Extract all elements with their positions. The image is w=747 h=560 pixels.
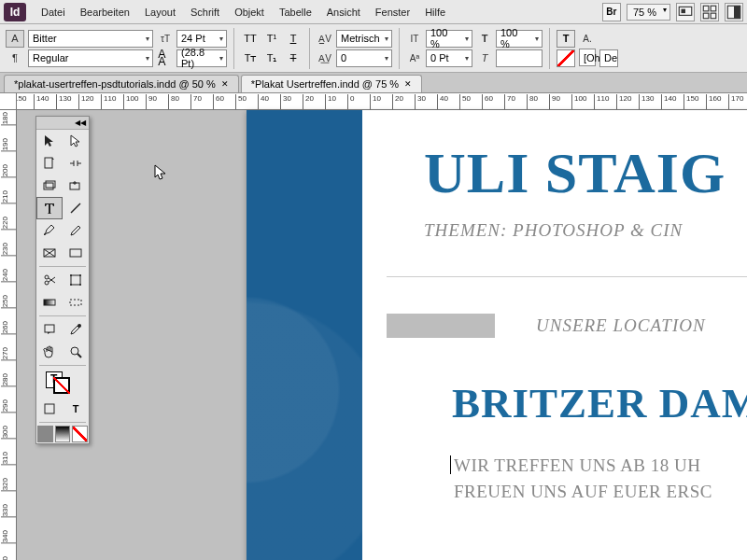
page-tool-icon[interactable] — [36, 152, 63, 175]
free-transform-tool-icon[interactable] — [63, 269, 89, 291]
content-collector-icon[interactable] — [36, 175, 63, 197]
arrange-icon[interactable] — [700, 3, 719, 21]
menu-item[interactable]: Layout — [137, 3, 183, 21]
vscale-field[interactable]: 100 % — [426, 30, 472, 48]
menu-item[interactable]: Datei — [34, 3, 73, 21]
eyedropper-tool-icon[interactable] — [63, 318, 89, 341]
menu-item[interactable]: Fenster — [368, 3, 417, 21]
apply-gradient-icon[interactable] — [55, 426, 71, 442]
pencil-tool-icon[interactable] — [63, 219, 89, 242]
baseline-field[interactable]: 0 Pt — [426, 49, 472, 67]
fill-stroke-swatch[interactable]: T — [36, 368, 89, 398]
content-placer-icon[interactable] — [63, 175, 89, 197]
fill-text-icon[interactable]: T — [557, 30, 575, 48]
body-text-line[interactable]: WIR TREFFEN UNS AB 18 UH — [454, 455, 700, 476]
leading-field[interactable]: (28.8 Pt) — [176, 49, 227, 67]
menu-item[interactable]: Hilfe — [417, 3, 453, 21]
headline-address[interactable]: BRITZER DAMM — [452, 379, 747, 427]
svg-rect-4 — [703, 13, 709, 19]
direct-selection-tool-icon[interactable] — [63, 130, 89, 152]
underline-icon[interactable]: T — [284, 30, 303, 48]
kerning-field[interactable]: Metrisch — [336, 30, 392, 48]
stroke-none-icon[interactable] — [557, 49, 575, 67]
rectangle-frame-tool-icon[interactable] — [36, 242, 63, 264]
pen-tool-icon[interactable] — [36, 219, 63, 242]
close-icon[interactable]: ✕ — [221, 79, 229, 89]
line-tool-icon[interactable] — [63, 197, 89, 219]
menu-item[interactable]: Schrift — [183, 3, 227, 21]
font-size-field[interactable]: 24 Pt — [176, 30, 227, 48]
strikethrough-icon[interactable]: T — [284, 49, 303, 67]
placeholder-box[interactable] — [387, 314, 495, 338]
svg-point-22 — [70, 274, 72, 276]
scissors-tool-icon[interactable] — [36, 269, 63, 291]
lang-label: [Oh — [579, 49, 596, 66]
smallcaps-icon[interactable]: Tᴛ — [241, 49, 260, 67]
close-icon[interactable]: ✕ — [404, 79, 412, 89]
subline-topics[interactable]: THEMEN: PHOTOSHOP & CIN — [424, 220, 683, 241]
hand-tool-icon[interactable] — [36, 341, 63, 363]
svg-point-24 — [70, 284, 72, 286]
svg-line-14 — [71, 203, 80, 213]
menu-item[interactable]: Ansicht — [319, 3, 368, 21]
document-page[interactable]: ULI STAIG THEMEN: PHOTOSHOP & CIN UNSERE… — [247, 110, 747, 560]
menu-item[interactable]: Tabelle — [272, 3, 319, 21]
note-tool-icon[interactable] — [36, 318, 63, 341]
menu-item[interactable]: Objekt — [227, 3, 272, 21]
allcaps-icon[interactable]: TT — [241, 30, 260, 48]
font-family-dropdown[interactable]: Bitter — [28, 30, 153, 48]
location-label[interactable]: UNSERE LOCATION — [536, 315, 706, 336]
svg-rect-21 — [71, 275, 80, 285]
type-tool-icon[interactable] — [36, 197, 63, 219]
char-style-icon[interactable]: A. — [579, 30, 596, 47]
document-tabs: *plakat-usertreffen-psdtutorials.indd @ … — [0, 73, 747, 93]
rectangle-tool-icon[interactable] — [63, 242, 89, 264]
language-field[interactable]: De — [599, 49, 618, 67]
svg-rect-32 — [45, 404, 54, 413]
text-cursor — [450, 455, 451, 474]
headline-speaker[interactable]: ULI STAIG — [424, 140, 726, 206]
formatting-text-icon[interactable]: T — [63, 398, 89, 420]
svg-rect-28 — [45, 325, 54, 332]
skew-field[interactable] — [496, 49, 543, 67]
tools-panel[interactable]: ◀◀ — [35, 116, 90, 444]
superscript-icon[interactable]: T¹ — [262, 30, 281, 48]
stroke-swatch-icon[interactable] — [53, 377, 70, 394]
bridge-button[interactable]: Br — [602, 3, 621, 21]
paragraph-mode-icon[interactable]: ¶ — [6, 49, 24, 67]
font-style-dropdown[interactable]: Regular — [28, 49, 153, 67]
vertical-ruler[interactable]: 1801902002102202302402502602702802903003… — [0, 110, 17, 560]
svg-rect-18 — [70, 249, 81, 257]
selection-tool-icon[interactable] — [36, 130, 63, 152]
gap-tool-icon[interactable] — [63, 152, 89, 175]
body-text-line[interactable]: FREUEN UNS AUF EUER ERSC — [454, 482, 712, 502]
hscale-icon: T — [476, 30, 493, 47]
ruler-origin[interactable] — [0, 93, 17, 110]
tab-label: *plakat-usertreffen-psdtutorials.indd @ … — [14, 78, 216, 90]
zoom-level-dropdown[interactable]: 75 % — [627, 4, 670, 21]
subscript-icon[interactable]: T₁ — [262, 49, 281, 67]
character-mode-icon[interactable]: A — [6, 30, 24, 48]
formatting-container-icon[interactable] — [36, 398, 63, 420]
control-panel: A ¶ Bitter Regular τT24 Pt AA(28.8 Pt) T… — [0, 24, 747, 73]
tab-label: *Plakat Usertreffen.indd @ 75 % — [251, 78, 399, 90]
workspace: 1501401301201101009080706050403020100102… — [0, 93, 747, 560]
panel-collapse-icon[interactable]: ◀◀ — [36, 117, 89, 130]
canvas[interactable]: ULI STAIG THEMEN: PHOTOSHOP & CIN UNSERE… — [17, 110, 747, 560]
screen-mode-icon[interactable] — [676, 3, 695, 21]
zoom-tool-icon[interactable] — [63, 341, 89, 363]
svg-rect-27 — [70, 300, 81, 305]
gradient-feather-tool-icon[interactable] — [63, 291, 89, 314]
tracking-icon: A͟V — [317, 49, 333, 66]
document-tab[interactable]: *Plakat Usertreffen.indd @ 75 % ✕ — [241, 75, 422, 92]
tracking-field[interactable]: 0 — [336, 49, 392, 67]
gradient-swatch-tool-icon[interactable] — [36, 291, 63, 314]
vscale-icon: IT — [406, 30, 423, 47]
workspace-icon[interactable] — [725, 3, 743, 21]
hscale-field[interactable]: 100 % — [496, 30, 543, 48]
apply-color-icon[interactable] — [37, 426, 53, 442]
horizontal-ruler[interactable]: 1501401301201101009080706050403020100102… — [17, 93, 747, 110]
apply-none-icon[interactable] — [72, 426, 88, 442]
document-tab[interactable]: *plakat-usertreffen-psdtutorials.indd @ … — [4, 75, 239, 92]
menu-item[interactable]: Bearbeiten — [73, 3, 137, 21]
